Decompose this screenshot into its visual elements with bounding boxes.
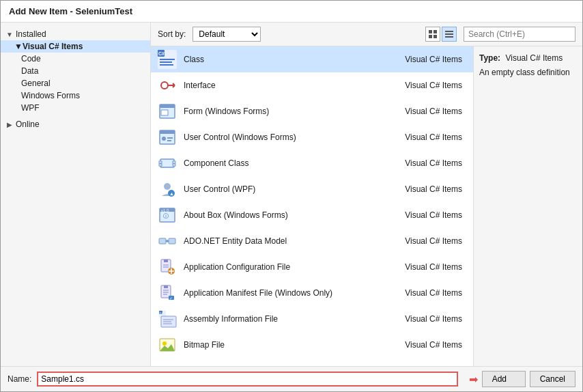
- info-panel: Type: Visual C# Items An empty class def…: [473, 46, 582, 366]
- tree-item-code[interactable]: Code: [1, 53, 150, 65]
- sort-dropdown[interactable]: Default: [193, 27, 261, 42]
- svg-rect-1: [433, 30, 437, 33]
- name-input[interactable]: [37, 372, 457, 387]
- item-name: Assembly Information File: [184, 314, 393, 324]
- grid-view-button[interactable]: [425, 27, 440, 42]
- user-control-wpf-icon: ▲: [156, 178, 178, 200]
- svg-point-30: [164, 183, 171, 190]
- info-description: An empty class definition: [479, 67, 577, 79]
- interface-icon: [156, 74, 178, 96]
- item-category: Visual C# Items: [393, 184, 468, 194]
- bottom-bar: Name: ➡ Add Cancel: [1, 366, 582, 391]
- svg-text:▲: ▲: [169, 191, 174, 196]
- name-label: Name:: [8, 374, 31, 384]
- sort-label: Sort by:: [158, 29, 186, 39]
- svg-rect-18: [160, 104, 175, 108]
- tree-item-data[interactable]: Data: [1, 65, 150, 77]
- list-view-button[interactable]: [442, 27, 457, 42]
- svg-text:v1.0: v1.0: [161, 208, 169, 212]
- item-category: Visual C# Items: [393, 314, 468, 324]
- item-row[interactable]: ✓ Application Manifest File (Windows Onl…: [151, 280, 473, 306]
- svg-rect-3: [433, 35, 437, 38]
- grid-icon: [429, 30, 437, 38]
- info-type-value: Visual C# Items: [505, 53, 563, 63]
- title-bar: Add New Item - SeleniumTest: [1, 1, 582, 23]
- item-category: Visual C# Items: [393, 132, 468, 142]
- dialog-title: Add New Item - SeleniumTest: [9, 6, 132, 16]
- item-category: Visual C# Items: [393, 288, 468, 298]
- svg-text:C#: C#: [160, 311, 164, 315]
- left-panel: ▼ Installed ▼ Visual C# Items Code Data …: [1, 23, 151, 366]
- svg-rect-2: [429, 35, 432, 38]
- svg-rect-10: [160, 59, 175, 60]
- item-name: User Control (WPF): [184, 184, 393, 194]
- svg-rect-50: [164, 285, 168, 288]
- item-row[interactable]: Application Configuration File Visual C#…: [151, 254, 473, 280]
- item-row[interactable]: ADO.NET Entity Data Model Visual C# Item…: [151, 228, 473, 254]
- add-new-item-dialog: Add New Item - SeleniumTest ▼ Installed …: [0, 0, 583, 392]
- search-input[interactable]: [464, 27, 575, 42]
- svg-rect-43: [164, 260, 168, 262]
- tree-installed[interactable]: ▼ Installed: [1, 28, 150, 40]
- item-row[interactable]: C# Class Visual C# Items: [151, 46, 473, 72]
- add-button[interactable]: Add: [482, 371, 526, 387]
- content-area: ▼ Installed ▼ Visual C# Items Code Data …: [1, 23, 582, 366]
- svg-rect-19: [161, 110, 168, 115]
- cancel-button[interactable]: Cancel: [530, 371, 575, 387]
- item-category: Visual C# Items: [393, 262, 468, 272]
- tree-item-wpf[interactable]: WPF: [1, 102, 150, 114]
- bitmap-icon: [156, 334, 178, 356]
- toolbar: Sort by: Default: [151, 23, 582, 46]
- tree-online[interactable]: ▶ Online: [1, 118, 150, 130]
- item-row[interactable]: Form (Windows Forms) Visual C# Items: [151, 98, 473, 124]
- item-name: Application Configuration File: [184, 262, 393, 272]
- chevron-visual-csharp: ▼: [14, 42, 23, 51]
- svg-rect-38: [169, 238, 175, 244]
- svg-text:✓: ✓: [169, 296, 173, 300]
- item-name: About Box (Windows Forms): [184, 210, 393, 220]
- visual-csharp-label: Visual C# Items: [23, 42, 83, 51]
- app-config-icon: [156, 256, 178, 278]
- item-name: Form (Windows Forms): [184, 107, 393, 116]
- item-row[interactable]: C# Assembly Information File Visual C# I…: [151, 306, 473, 332]
- svg-point-22: [162, 137, 166, 141]
- item-category: Visual C# Items: [393, 107, 468, 116]
- item-row[interactable]: v1.0 ⓘ About Box (Windows Forms) Visual …: [151, 202, 473, 228]
- item-name: User Control (Windows Forms): [184, 132, 393, 142]
- item-category: Visual C# Items: [393, 340, 468, 350]
- svg-rect-4: [445, 31, 453, 32]
- assembly-info-icon: C#: [156, 308, 178, 330]
- svg-rect-24: [167, 140, 171, 141]
- svg-rect-27: [159, 164, 162, 166]
- tree-item-windows-forms[interactable]: Windows Forms: [1, 89, 150, 102]
- class-icon: C#: [156, 48, 178, 70]
- item-name: Application Manifest File (Windows Only): [184, 288, 393, 298]
- item-row[interactable]: User Control (Windows Forms) Visual C# I…: [151, 124, 473, 150]
- about-box-icon: v1.0 ⓘ: [156, 204, 178, 226]
- add-arrow-icon: ➡: [469, 373, 478, 386]
- item-category: Visual C# Items: [393, 81, 468, 90]
- item-name: Bitmap File: [184, 340, 393, 350]
- item-row[interactable]: Interface Visual C# Items: [151, 72, 473, 98]
- items-list[interactable]: C# Class Visual C# Items: [151, 46, 473, 366]
- svg-rect-0: [429, 30, 432, 33]
- item-name: Class: [184, 55, 393, 64]
- item-category: Visual C# Items: [393, 55, 468, 64]
- item-name: Component Class: [184, 158, 393, 168]
- tree-item-general[interactable]: General: [1, 77, 150, 89]
- svg-point-13: [161, 82, 168, 89]
- svg-text:C#: C#: [158, 51, 165, 56]
- chevron-online: ▶: [5, 120, 14, 129]
- item-category: Visual C# Items: [393, 210, 468, 220]
- item-category: Visual C# Items: [393, 236, 468, 246]
- tree-visual-csharp[interactable]: ▼ Visual C# Items: [1, 40, 150, 53]
- svg-rect-6: [445, 36, 453, 38]
- list-icon: [445, 30, 453, 38]
- component-icon: [156, 152, 178, 174]
- svg-rect-21: [160, 130, 175, 134]
- item-row[interactable]: Bitmap File Visual C# Items: [151, 332, 473, 358]
- item-row[interactable]: Component Class Visual C# Items: [151, 150, 473, 176]
- item-row[interactable]: ▲ User Control (WPF) Visual C# Items: [151, 176, 473, 202]
- items-container: C# Class Visual C# Items: [151, 46, 582, 366]
- online-label: Online: [16, 120, 40, 129]
